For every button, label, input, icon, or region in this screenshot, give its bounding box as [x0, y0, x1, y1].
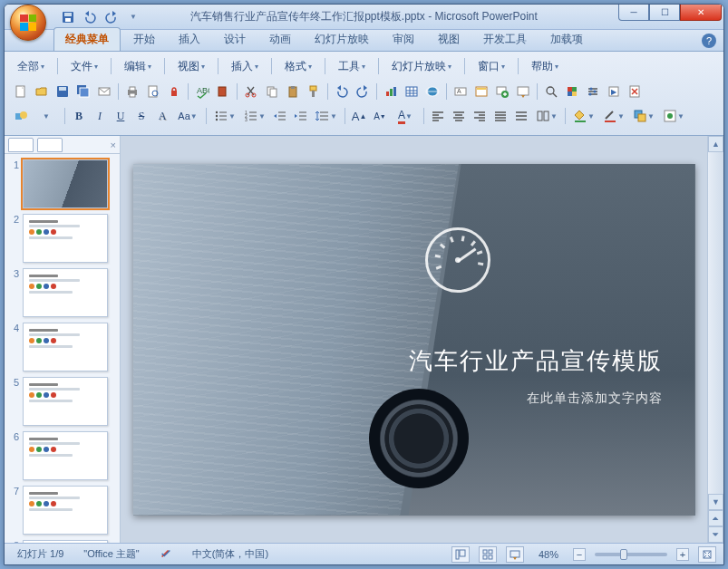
numbering-button[interactable]: 123▼	[241, 107, 268, 125]
macro-button[interactable]: ▶	[605, 82, 623, 101]
thumbnail-1[interactable]: 1	[8, 159, 116, 208]
distribute-button[interactable]	[512, 107, 530, 125]
print-preview-button[interactable]	[144, 82, 162, 101]
ribbon-tab-4[interactable]: 动画	[258, 28, 302, 51]
research-button[interactable]	[214, 82, 232, 101]
title-bar[interactable]: ▼ 汽车销售行业产品宣传年终工作汇报ppt模板.pptx - Microsoft…	[5, 5, 723, 30]
maximize-button[interactable]: ☐	[649, 5, 680, 21]
zoom-button[interactable]	[542, 82, 560, 101]
thumb-pane-close[interactable]: ×	[111, 140, 116, 150]
ribbon-tab-0[interactable]: 经典菜单	[53, 27, 121, 51]
thumbnail-2[interactable]: 2	[8, 214, 116, 263]
thumbnail-8[interactable]: 8	[8, 540, 116, 543]
zoom-slider-handle[interactable]	[620, 549, 627, 560]
shadow-button[interactable]: A	[153, 107, 171, 125]
next-slide-button[interactable]: ⏷	[708, 526, 723, 543]
ribbon-tab-5[interactable]: 幻灯片放映	[304, 28, 380, 51]
ribbon-tab-1[interactable]: 开始	[122, 28, 166, 51]
menu-5[interactable]: 格式 ▾	[279, 57, 317, 76]
underline-button[interactable]: U	[112, 107, 130, 125]
font-shrink-button[interactable]: A▼	[371, 107, 389, 125]
undo-button[interactable]	[81, 8, 99, 26]
scroll-down-button[interactable]: ▼	[708, 494, 723, 510]
spellcheck-status-icon[interactable]	[154, 545, 178, 564]
zoom-level[interactable]: 48%	[533, 547, 564, 562]
align-left-button[interactable]	[429, 107, 447, 125]
shape-dropdown[interactable]: ▼	[33, 107, 60, 125]
office-button[interactable]	[10, 5, 46, 41]
ribbon-tab-3[interactable]: 设计	[213, 28, 257, 51]
redo-button[interactable]	[102, 8, 121, 26]
save-button[interactable]	[59, 8, 77, 26]
outline-tab[interactable]	[37, 138, 63, 152]
menu-8[interactable]: 窗口 ▾	[472, 57, 510, 76]
scroll-up-button[interactable]: ▲	[708, 136, 723, 152]
email-button[interactable]	[95, 82, 113, 101]
ribbon-tab-6[interactable]: 审阅	[382, 28, 425, 51]
shape-button[interactable]	[12, 107, 30, 125]
menu-7[interactable]: 幻灯片放映 ▾	[386, 57, 457, 76]
line-color-button[interactable]: ▼	[600, 107, 627, 125]
theme-name[interactable]: "Office 主题"	[78, 545, 144, 563]
menu-3[interactable]: 视图 ▾	[172, 57, 210, 76]
zoom-slider[interactable]	[595, 553, 667, 556]
menu-9[interactable]: 帮助 ▾	[526, 57, 564, 76]
sorter-view-button[interactable]	[479, 546, 497, 563]
font-grow-button[interactable]: A▲	[350, 107, 368, 125]
permission-button[interactable]	[165, 82, 183, 101]
open-button[interactable]	[33, 82, 51, 101]
color-button[interactable]	[563, 82, 581, 101]
thumbnail-5[interactable]: 5	[8, 377, 116, 426]
slide-subtitle[interactable]: 在此单击添加文字内容	[527, 391, 663, 407]
menu-4[interactable]: 插入 ▾	[226, 57, 264, 76]
print-button[interactable]	[123, 82, 141, 101]
menu-0[interactable]: 全部 ▾	[12, 57, 50, 76]
text-box-button[interactable]: A	[451, 82, 470, 101]
slide-title[interactable]: 汽车行业产品宣传模版	[409, 345, 663, 377]
thumbnail-3[interactable]: 3	[8, 268, 116, 317]
italic-button[interactable]: I	[91, 107, 109, 125]
close-button[interactable]: ✕	[680, 5, 722, 21]
menu-1[interactable]: 文件 ▾	[65, 57, 103, 76]
thumbnail-7[interactable]: 7	[8, 486, 116, 535]
zoom-out-button[interactable]: −	[573, 548, 586, 561]
columns-button[interactable]: ▼	[533, 107, 560, 125]
slide-counter[interactable]: 幻灯片 1/9	[12, 545, 69, 563]
fill-color-button[interactable]: ▼	[570, 107, 597, 125]
bullets-button[interactable]: ▼	[211, 107, 238, 125]
chart-button[interactable]	[382, 82, 400, 101]
slide-layout-button[interactable]	[472, 82, 490, 101]
help-button[interactable]: ?	[702, 34, 716, 48]
cut-button[interactable]	[242, 82, 260, 101]
slide-canvas[interactable]: 汽车行业产品宣传模版 在此单击添加文字内容	[133, 164, 695, 516]
justify-button[interactable]	[491, 107, 510, 125]
normal-view-button[interactable]	[451, 546, 470, 563]
hyperlink-button[interactable]	[423, 82, 442, 101]
new-slide-button[interactable]	[493, 82, 511, 101]
minimize-button[interactable]: ─	[618, 5, 649, 21]
arrange-button[interactable]: ▼	[630, 107, 657, 125]
thumbnail-list[interactable]: 12345678	[5, 154, 120, 543]
new-button[interactable]	[12, 82, 30, 101]
indent-button[interactable]	[292, 107, 310, 125]
ribbon-tab-7[interactable]: 视图	[427, 28, 471, 51]
align-right-button[interactable]	[471, 107, 489, 125]
paste-button[interactable]	[284, 82, 302, 101]
thumbnail-6[interactable]: 6	[8, 431, 116, 480]
table-button[interactable]	[403, 82, 421, 101]
ribbon-tab-9[interactable]: 加载项	[539, 28, 594, 51]
options-button[interactable]	[584, 82, 602, 101]
menu-2[interactable]: 编辑 ▾	[119, 57, 157, 76]
saveall-button[interactable]	[74, 82, 92, 101]
qat-customize[interactable]: ▼	[124, 8, 142, 26]
view-show-button[interactable]	[514, 82, 532, 101]
copy-button[interactable]	[263, 82, 281, 101]
thumbnail-4[interactable]: 4	[8, 323, 116, 371]
change-case-button[interactable]: Aa▼	[174, 107, 201, 125]
language-status[interactable]: 中文(简体，中国)	[187, 545, 274, 563]
close-doc-button[interactable]	[626, 82, 644, 101]
slide-editor[interactable]: 汽车行业产品宣传模版 在此单击添加文字内容	[121, 136, 707, 543]
save-button-2[interactable]	[53, 82, 72, 101]
slideshow-view-button[interactable]	[506, 546, 524, 563]
ribbon-tab-2[interactable]: 插入	[168, 28, 211, 51]
